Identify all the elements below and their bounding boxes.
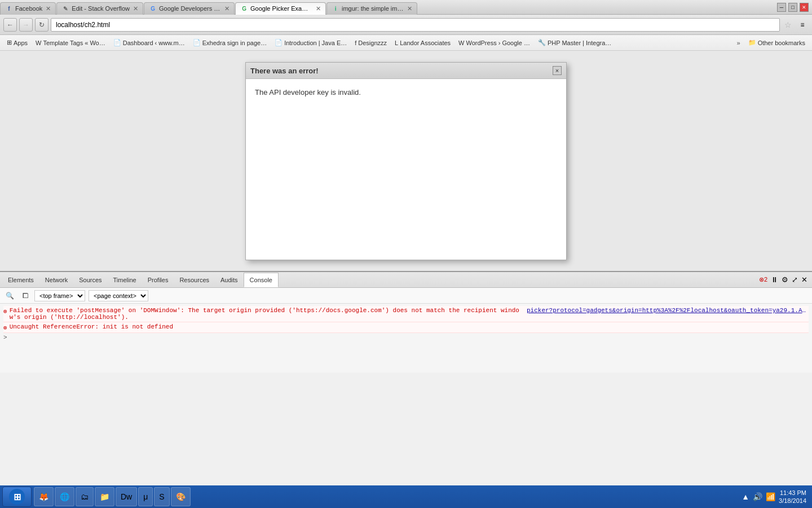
bookmark-icon: 📄 bbox=[275, 39, 283, 46]
bookmark-label: Designzzz bbox=[358, 40, 387, 46]
maximize-button[interactable]: □ bbox=[788, 3, 797, 12]
minimize-button[interactable]: ─ bbox=[777, 3, 786, 12]
search-icon[interactable]: 🔍 bbox=[3, 291, 16, 301]
bookmark-label: Template Tags « Wo… bbox=[43, 40, 105, 46]
tab-favicon: i bbox=[332, 5, 339, 12]
modal-body: The API developer key is invalid. bbox=[246, 79, 566, 260]
context-select[interactable]: <page context> bbox=[89, 290, 148, 301]
devtools-tab-audits[interactable]: Audits bbox=[215, 273, 244, 287]
tab-label: Google Picker Example bbox=[250, 5, 312, 12]
console-error-link[interactable]: picker?protocol=gadgets&origin=http%3A%2… bbox=[527, 307, 809, 314]
devtools-tab-network[interactable]: Network bbox=[39, 273, 73, 287]
tab-label: Edit - Stack Overflow bbox=[72, 5, 130, 12]
modal-title: There was an error! bbox=[250, 67, 319, 75]
tab-close-button[interactable]: ✕ bbox=[312, 5, 321, 12]
addressbar: ← → ↻ ☆ ≡ bbox=[0, 15, 812, 35]
devtools-tabs-bar: ElementsNetworkSourcesTimelineProfilesRe… bbox=[0, 272, 812, 288]
bookmark-icon: ⊞ bbox=[7, 39, 12, 46]
bookmark-apps[interactable]: ⊞Apps bbox=[3, 37, 31, 49]
main-area: There was an error! × The API developer … bbox=[0, 51, 812, 271]
bookmarks-overflow[interactable]: » bbox=[734, 38, 744, 47]
taskbar-item-paint[interactable]: 🎨 bbox=[171, 487, 191, 506]
modal-titlebar: There was an error! × bbox=[246, 63, 566, 79]
forward-button[interactable]: → bbox=[19, 18, 33, 32]
bookmark-exhedra[interactable]: 📄Exhedra sign in page… bbox=[189, 37, 270, 49]
devtools-tab-elements[interactable]: Elements bbox=[2, 273, 39, 287]
bookmarks-bar: ⊞AppsWTemplate Tags « Wo…📄Dashboard ‹ ww… bbox=[0, 35, 812, 51]
window-controls: ─ □ ✕ bbox=[774, 3, 812, 12]
bookmark-icon: 📄 bbox=[113, 39, 121, 46]
devtools-pause-icon[interactable]: ⏸ bbox=[771, 275, 778, 284]
devtools-settings-icon[interactable]: ⚙ bbox=[782, 275, 788, 284]
tab-label: imgur: the simple image… bbox=[342, 5, 404, 12]
bookmark-label: Exhedra sign in page… bbox=[202, 40, 267, 46]
back-button[interactable]: ← bbox=[3, 18, 17, 32]
bookmark-designzzz[interactable]: fDesignzzz bbox=[351, 37, 390, 49]
bookmark-label: Landor Associates bbox=[400, 40, 451, 46]
bookmark-label: Apps bbox=[14, 40, 28, 46]
devtools-panel: ElementsNetworkSourcesTimelineProfilesRe… bbox=[0, 271, 812, 373]
console-caret-icon[interactable]: > bbox=[3, 334, 7, 341]
tab-stackoverflow[interactable]: ✎ Edit - Stack Overflow ✕ bbox=[56, 2, 143, 15]
taskbar-item-chrome[interactable]: 🌐 bbox=[55, 487, 74, 506]
tab-facebook[interactable]: f Facebook ✕ bbox=[0, 2, 56, 15]
taskbar-item-files[interactable]: 🗂 bbox=[76, 487, 94, 506]
star-button[interactable]: ☆ bbox=[782, 20, 794, 29]
taskbar-item-firefox[interactable]: 🦊 bbox=[34, 487, 54, 506]
console-prompt: > bbox=[3, 333, 809, 342]
reload-button[interactable]: ↻ bbox=[35, 18, 48, 32]
bookmark-template-tags[interactable]: WTemplate Tags « Wo… bbox=[32, 37, 109, 49]
bookmark-label: WordPress › Google … bbox=[466, 40, 530, 46]
start-button[interactable]: ⊞ bbox=[2, 487, 32, 507]
bookmark-icon: W bbox=[458, 40, 464, 46]
bookmark-landor[interactable]: LLandor Associates bbox=[391, 37, 454, 49]
bookmark-label: Dashboard ‹ www.m… bbox=[123, 40, 185, 46]
devtools-controls: ⊗2 ⏸ ⚙ ⤢ ✕ bbox=[759, 275, 810, 284]
start-icon: ⊞ bbox=[9, 489, 25, 505]
devtools-tab-profiles[interactable]: Profiles bbox=[142, 273, 174, 287]
filter-icon[interactable]: ⧠ bbox=[20, 291, 31, 301]
close-button[interactable]: ✕ bbox=[800, 3, 809, 12]
modal-dialog: There was an error! × The API developer … bbox=[245, 62, 567, 260]
devtools-close-icon[interactable]: ✕ bbox=[801, 275, 807, 284]
devtools-toolbar: 🔍 ⧠ <top frame> <page context> bbox=[0, 288, 812, 304]
tabs-bar: f Facebook ✕ ✎ Edit - Stack Overflow ✕ G… bbox=[0, 0, 774, 15]
bookmark-dashboard[interactable]: 📄Dashboard ‹ www.m… bbox=[110, 37, 188, 49]
devtools-tab-sources[interactable]: Sources bbox=[73, 273, 107, 287]
tab-close-button[interactable]: ✕ bbox=[221, 5, 230, 12]
devtools-tab-resources[interactable]: Resources bbox=[174, 273, 215, 287]
frame-select[interactable]: <top frame> bbox=[34, 290, 85, 301]
tab-close-button[interactable]: ✕ bbox=[404, 5, 412, 12]
other-bookmarks-label: Other bookmarks bbox=[758, 40, 805, 46]
tray-network-icon[interactable]: 📶 bbox=[766, 492, 775, 501]
console-error-entry: ⊗ Failed to execute 'postMessage' on 'DO… bbox=[3, 306, 809, 322]
modal-message: The API developer key is invalid. bbox=[255, 88, 557, 97]
devtools-dock-icon[interactable]: ⤢ bbox=[792, 275, 798, 284]
tab-close-button[interactable]: ✕ bbox=[42, 5, 51, 12]
bookmark-php-master[interactable]: 🔧PHP Master | Integra… bbox=[535, 37, 615, 49]
tab-favicon: ✎ bbox=[61, 5, 69, 12]
devtools-tab-timeline[interactable]: Timeline bbox=[108, 273, 142, 287]
other-bookmarks[interactable]: 📁Other bookmarks bbox=[745, 37, 809, 49]
tray-arrow-icon[interactable]: ▲ bbox=[742, 492, 749, 501]
taskbar-item-utorrent[interactable]: μ bbox=[138, 487, 153, 506]
bookmark-java-intro[interactable]: 📄Introduction | Java E… bbox=[271, 37, 350, 49]
taskbar-item-dreamweaver[interactable]: Dw bbox=[116, 487, 137, 506]
tab-imgur[interactable]: i imgur: the simple image… ✕ bbox=[326, 2, 417, 15]
console-error-icon: ⊗ bbox=[3, 324, 7, 331]
bookmark-wordpress-google[interactable]: WWordPress › Google … bbox=[455, 37, 533, 49]
modal-close-button[interactable]: × bbox=[553, 66, 562, 75]
tab-favicon: G bbox=[149, 5, 157, 12]
taskbar-item-folder[interactable]: 📁 bbox=[95, 487, 114, 506]
error-count-badge: ⊗2 bbox=[759, 276, 767, 283]
taskbar: ⊞ 🦊🌐🗂📁DwμS🎨 ▲ 🔊 📶 11:43 PM 3/18/2014 bbox=[0, 485, 812, 508]
menu-icon[interactable]: ≡ bbox=[796, 19, 809, 31]
tab-google-devs[interactable]: G Google Developers Conso… ✕ bbox=[144, 2, 235, 15]
url-input[interactable] bbox=[51, 18, 780, 32]
tray-volume-icon[interactable]: 🔊 bbox=[753, 492, 762, 501]
tab-google-picker[interactable]: G Google Picker Example ✕ bbox=[235, 2, 326, 15]
devtools-tab-console[interactable]: Console bbox=[244, 273, 279, 287]
tab-close-button[interactable]: ✕ bbox=[130, 5, 138, 12]
taskbar-item-skype[interactable]: S bbox=[154, 487, 169, 506]
tab-favicon: G bbox=[240, 5, 248, 12]
